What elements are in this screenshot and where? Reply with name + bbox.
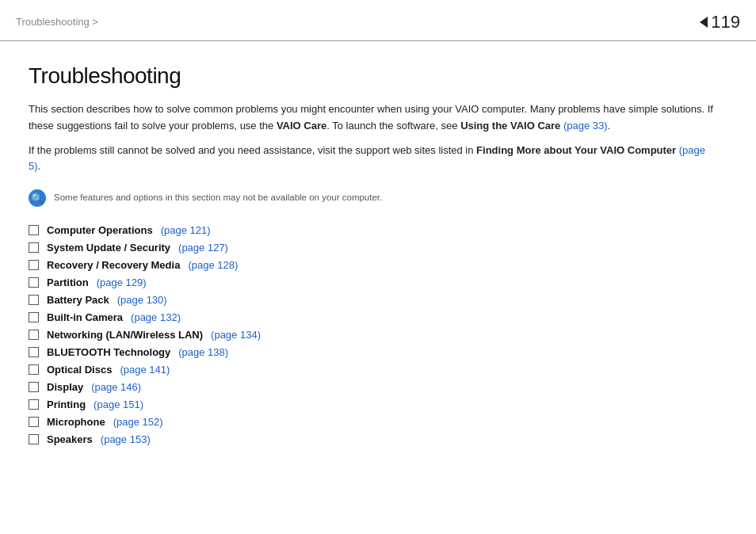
toc-item-label: Networking (LAN/Wireless LAN) (47, 329, 203, 341)
toc-item: Built-in Camera (page 132) (29, 311, 716, 323)
toc-item-link[interactable]: (page 121) (161, 224, 211, 236)
toc-checkbox-icon (29, 399, 39, 410)
intro-bold-using-vaio: Using the VAIO Care (460, 120, 560, 132)
toc-list: Computer Operations (page 121)System Upd… (29, 224, 716, 445)
toc-item: Computer Operations (page 121) (29, 224, 716, 236)
intro-text-2b: . (38, 160, 41, 172)
toc-item: Printing (page 151) (29, 399, 716, 410)
toc-checkbox-icon (29, 225, 39, 235)
toc-item-link[interactable]: (page 138) (178, 346, 228, 358)
toc-item-label: Optical Discs (47, 364, 112, 376)
toc-item-link[interactable]: (page 134) (211, 329, 261, 341)
toc-checkbox-icon (29, 277, 39, 288)
toc-item-link[interactable]: (page 129) (97, 277, 147, 288)
note-text: Some features and options in this sectio… (54, 189, 382, 204)
toc-item-label: Speakers (47, 433, 93, 445)
header: Troubleshooting > 119 (0, 0, 756, 41)
toc-item-link[interactable]: (page 153) (101, 433, 151, 445)
toc-checkbox-icon (29, 295, 39, 305)
toc-item-label: Printing (47, 399, 86, 410)
intro-text-1b: . To launch the software, see (326, 120, 460, 132)
toc-item-link[interactable]: (page 128) (188, 259, 238, 271)
toc-item-link[interactable]: (page 146) (91, 381, 141, 393)
toc-item-link[interactable]: (page 132) (131, 311, 181, 323)
toc-item-label: Built-in Camera (47, 311, 123, 323)
toc-item-label: Battery Pack (47, 294, 109, 306)
toc-checkbox-icon (29, 330, 39, 340)
page-number-area: 119 (700, 12, 740, 32)
toc-checkbox-icon (29, 364, 39, 375)
toc-checkbox-icon (29, 382, 39, 392)
toc-item: Networking (LAN/Wireless LAN) (page 134) (29, 329, 716, 341)
page-title: Troubleshooting (29, 63, 716, 89)
toc-item: System Update / Security (page 127) (29, 242, 716, 254)
toc-checkbox-icon (29, 312, 39, 322)
toc-item-link[interactable]: (page 130) (117, 294, 167, 306)
toc-item-label: System Update / Security (47, 242, 170, 254)
toc-checkbox-icon (29, 434, 39, 444)
toc-item: Speakers (page 153) (29, 433, 716, 445)
toc-item-label: Recovery / Recovery Media (47, 259, 180, 271)
toc-item-label: Partition (47, 277, 89, 288)
toc-checkbox-icon (29, 417, 39, 427)
toc-item-label: BLUETOOTH Technology (47, 346, 170, 358)
page-number: 119 (711, 12, 740, 32)
toc-item-link[interactable]: (page 152) (113, 416, 163, 428)
toc-item: Microphone (page 152) (29, 416, 716, 428)
toc-item-link[interactable]: (page 127) (178, 242, 228, 254)
toc-item-label: Display (47, 381, 83, 393)
toc-item-link[interactable]: (page 141) (120, 364, 170, 376)
intro-text-1c: . (608, 120, 611, 132)
main-content: Troubleshooting This section describes h… (0, 41, 745, 475)
toc-item-label: Microphone (47, 416, 105, 428)
toc-item: Display (page 146) (29, 381, 716, 393)
breadcrumb: Troubleshooting > (16, 16, 98, 28)
toc-item: Recovery / Recovery Media (page 128) (29, 259, 716, 271)
toc-item-link[interactable]: (page 151) (94, 399, 143, 410)
intro-paragraph-2: If the problems still cannot be solved a… (29, 143, 716, 176)
page33-link[interactable]: (page 33) (563, 120, 608, 132)
toc-checkbox-icon (29, 260, 39, 270)
arrow-left-icon (700, 17, 708, 28)
toc-item-label: Computer Operations (47, 224, 153, 236)
toc-item: Optical Discs (page 141) (29, 364, 716, 376)
toc-item: Partition (page 129) (29, 277, 716, 288)
intro-bold-finding: Finding More about Your VAIO Computer (476, 144, 676, 156)
note-icon-symbol: 🔍 (31, 193, 44, 204)
toc-checkbox-icon (29, 347, 39, 357)
intro-text-2a: If the problems still cannot be solved a… (29, 144, 476, 156)
intro-paragraph-1: This section describes how to solve comm… (29, 101, 716, 135)
toc-item: Battery Pack (page 130) (29, 294, 716, 306)
toc-checkbox-icon (29, 242, 39, 253)
toc-item: BLUETOOTH Technology (page 138) (29, 346, 716, 358)
note-icon: 🔍 (29, 189, 46, 207)
note-box: 🔍 Some features and options in this sect… (29, 189, 716, 207)
intro-bold-vaio-care: VAIO Care (277, 120, 326, 132)
